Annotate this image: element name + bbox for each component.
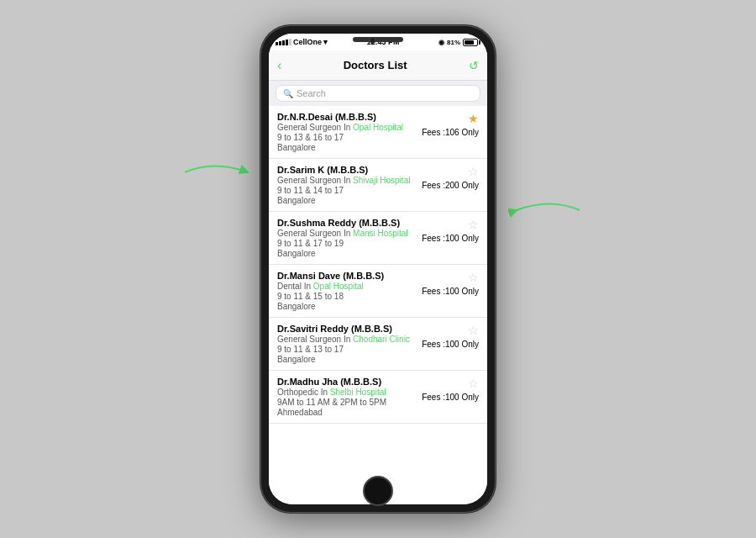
signal-bars — [276, 39, 291, 45]
doctor-list-item[interactable]: Dr.N.R.Desai (M.B.B.S)General Surgeon In… — [269, 106, 487, 159]
doctor-fees: Fees :100 Only — [422, 393, 479, 402]
doctor-list-item[interactable]: Dr.Savitri Reddy (M.B.B.S)General Surgeo… — [269, 318, 487, 371]
favorite-star-icon[interactable]: ☆ — [468, 218, 479, 231]
doctor-name: Dr.Madhu Jha (M.B.B.S) — [277, 377, 420, 387]
favorite-star-icon[interactable]: ☆ — [468, 324, 479, 337]
location-icon: ◉ — [438, 39, 444, 46]
doctor-specialty: General Surgeon In Chodhari Clinic — [277, 335, 420, 344]
doctor-city: Bangalore — [277, 355, 420, 364]
search-placeholder: Search — [297, 88, 326, 98]
doctor-hospital: Shivaji Hospital — [353, 176, 410, 185]
favorite-star-icon[interactable]: ☆ — [468, 165, 479, 178]
doctor-list-item[interactable]: Dr.Sushma Reddy (M.B.B.S)General Surgeon… — [269, 212, 487, 265]
doctor-hospital: Opal Hospital — [313, 282, 364, 291]
doctor-hospital: Mansi Hospital — [353, 229, 408, 238]
doctor-fees: Fees :100 Only — [422, 340, 479, 349]
search-icon: 🔍 — [283, 89, 293, 98]
search-input-wrap[interactable]: 🔍 Search — [276, 85, 480, 102]
doctor-name: Dr.Savitri Reddy (M.B.B.S) — [277, 324, 420, 334]
navigation-bar: ‹ Doctors List ↺ — [269, 50, 487, 81]
doctor-list: Dr.N.R.Desai (M.B.B.S)General Surgeon In… — [269, 106, 487, 504]
doctor-city: Bangalore — [277, 302, 420, 311]
doctor-fees: Fees :100 Only — [422, 234, 479, 243]
status-bar: CellOne ▾ 12:43 PM ◉ 81% — [269, 34, 487, 50]
back-button[interactable]: ‹ — [277, 58, 281, 73]
phone-camera — [370, 37, 376, 44]
doctor-fees: Fees :106 Only — [422, 128, 479, 137]
doctor-name: Dr.N.R.Desai (M.B.B.S) — [277, 112, 420, 122]
doctor-specialty: Dental In Opal Hospital — [277, 282, 420, 291]
battery-percent: 81% — [447, 39, 460, 46]
doctor-hours: 9AM to 11 AM & 2PM to 5PM — [277, 398, 420, 407]
status-carrier: CellOne ▾ — [276, 38, 328, 46]
doctor-city: Bangalore — [277, 196, 420, 205]
doctor-list-item[interactable]: Dr.Sarim K (M.B.B.S)General Surgeon In S… — [269, 159, 487, 212]
refresh-button[interactable]: ↺ — [469, 59, 479, 72]
doctor-hours: 9 to 13 & 16 to 17 — [277, 133, 420, 142]
doctor-specialty: General Surgeon In Shivaji Hospital — [277, 176, 420, 185]
doctor-hours: 9 to 11 & 17 to 19 — [277, 239, 420, 248]
doctor-hours: 9 to 11 & 13 to 17 — [277, 345, 420, 354]
doctor-specialty: General Surgeon In Opal Hospital — [277, 123, 420, 132]
doctor-list-item[interactable]: Dr.Mansi Dave (M.B.B.S)Dental In Opal Ho… — [269, 265, 487, 318]
search-bar: 🔍 Search — [269, 81, 487, 106]
doctor-fees: Fees :100 Only — [422, 287, 479, 296]
phone-speaker — [353, 37, 403, 42]
doctor-fees: Fees :200 Only — [422, 181, 479, 190]
right-arrow-annotation — [508, 193, 584, 227]
doctor-city: Bangalore — [277, 143, 420, 152]
status-indicators: ◉ 81% — [438, 39, 480, 46]
wifi-icon: ▾ — [323, 38, 328, 46]
favorite-star-icon[interactable]: ★ — [468, 112, 479, 125]
doctor-name: Dr.Sushma Reddy (M.B.B.S) — [277, 218, 420, 228]
phone-frame: CellOne ▾ 12:43 PM ◉ 81% ‹ — [260, 25, 496, 513]
favorite-star-icon[interactable]: ☆ — [468, 377, 479, 390]
page-title: Doctors List — [344, 59, 407, 71]
doctor-specialty: Orthopedic In Shelbi Hospital — [277, 388, 420, 397]
doctor-hours: 9 to 11 & 15 to 18 — [277, 292, 420, 301]
doctor-specialty: General Surgeon In Mansi Hospital — [277, 229, 420, 238]
carrier-name: CellOne — [293, 38, 322, 46]
doctor-hospital: Opal Hospital — [353, 123, 403, 132]
doctor-hospital: Shelbi Hospital — [330, 388, 386, 397]
home-button[interactable] — [363, 476, 393, 506]
left-arrow-annotation — [181, 156, 256, 189]
favorite-star-icon[interactable]: ☆ — [468, 271, 479, 284]
doctor-hours: 9 to 11 & 14 to 17 — [277, 186, 420, 195]
doctor-city: Bangalore — [277, 249, 420, 258]
doctor-name: Dr.Sarim K (M.B.B.S) — [277, 165, 420, 175]
doctor-city: Ahmedabad — [277, 408, 420, 417]
doctor-name: Dr.Mansi Dave (M.B.B.S) — [277, 271, 420, 281]
doctor-hospital: Chodhari Clinic — [353, 335, 410, 344]
doctor-list-item[interactable]: Dr.Madhu Jha (M.B.B.S)Orthopedic In Shel… — [269, 371, 487, 424]
battery-indicator — [463, 39, 480, 46]
